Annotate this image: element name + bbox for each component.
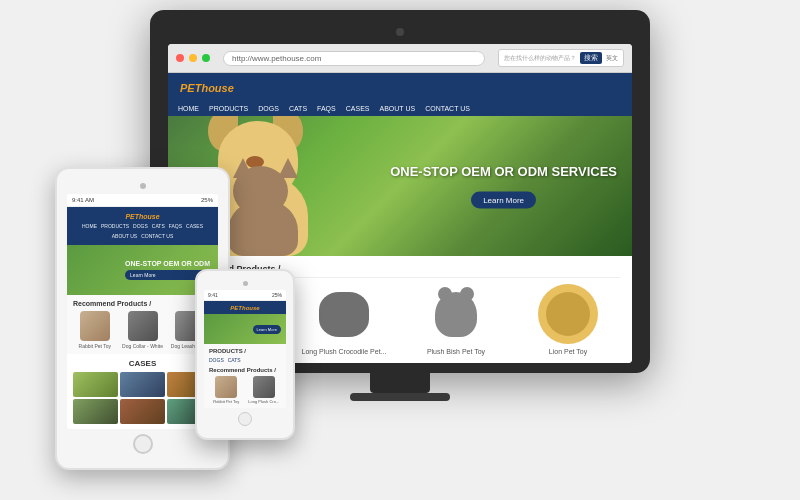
- nav-about[interactable]: ABOUT US: [379, 105, 415, 112]
- nav-contact[interactable]: CONTACT US: [425, 105, 470, 112]
- tablet-status-bar: 9:41 AM 25%: [67, 194, 218, 207]
- tablet-case-img-1[interactable]: [120, 372, 165, 397]
- tablet-case-img-3[interactable]: [73, 399, 118, 424]
- phone-rec-title: Recommend Products /: [209, 367, 281, 373]
- tablet-nav-cats[interactable]: CATS: [152, 223, 165, 229]
- lion-toy-icon: [546, 292, 590, 336]
- tablet-case-img-0[interactable]: [73, 372, 118, 397]
- phone-time: 9:41: [208, 292, 218, 298]
- product-img-2: [426, 284, 486, 344]
- phone-product-img-0: [215, 376, 237, 398]
- phone-status-bar: 9:41 25%: [204, 290, 286, 301]
- product-item-3[interactable]: Lion Pet Toy: [516, 284, 620, 355]
- nav-home[interactable]: HOME: [178, 105, 199, 112]
- monitor-stand: [370, 373, 430, 393]
- phone-header: PEThouse: [204, 301, 286, 314]
- phone-content: PRODUCTS / DOGS CATS Recommend Products …: [204, 344, 286, 408]
- tablet-nav: HOME PRODUCTS DOGS CATS FAQS CASES ABOUT…: [73, 221, 212, 241]
- site-nav: HOME PRODUCTS DOGS CATS FAQS CASES ABOUT…: [168, 101, 632, 116]
- crocodile-toy-icon: [319, 292, 369, 337]
- tablet-product-name-0: Rabbit Pet Toy: [73, 343, 117, 349]
- phone-product-name-1: Long Plush Cro...: [247, 399, 282, 404]
- phone-logo-sub: house: [242, 305, 260, 311]
- maximize-dot[interactable]: [202, 54, 210, 62]
- tablet-cases-title: CASES: [73, 359, 212, 368]
- search-button[interactable]: 搜索: [580, 52, 602, 64]
- nav-products[interactable]: PRODUCTS: [209, 105, 248, 112]
- tablet-products-row: Rabbit Pet Toy Dog Collar - White Dog Le…: [73, 311, 212, 349]
- monitor-base: [350, 393, 450, 401]
- logo-house: house: [201, 82, 233, 94]
- hero-title: ONE-STOP OEM OR ODM SERVICES: [390, 164, 617, 179]
- tablet-home-button[interactable]: [133, 434, 153, 454]
- tablet-product-img-1: [128, 311, 158, 341]
- hero-learn-more-button[interactable]: Learn More: [471, 192, 536, 209]
- tablet-nav-products[interactable]: PRODUCTS: [101, 223, 129, 229]
- nav-cats[interactable]: CATS: [289, 105, 307, 112]
- tablet-product-name-1: Dog Collar - White: [121, 343, 165, 349]
- tablet-nav-about[interactable]: ABOUT US: [112, 233, 137, 239]
- product-name-3: Lion Pet Toy: [516, 348, 620, 355]
- phone-frame: 9:41 25% PEThouse Learn More PRODUCTS /: [195, 269, 295, 440]
- tablet-hero-title: ONE-STOP OEM OR ODM: [125, 260, 210, 267]
- phone-sidebar-cats[interactable]: CATS: [228, 357, 241, 363]
- phone: 9:41 25% PEThouse Learn More PRODUCTS /: [195, 269, 295, 440]
- tablet-logo-pet: PET: [125, 213, 139, 220]
- nav-cases[interactable]: CASES: [346, 105, 370, 112]
- phone-logo: PEThouse: [208, 304, 282, 311]
- tablet-nav-dogs[interactable]: DOGS: [133, 223, 148, 229]
- tablet-products-title: Recommend Products /: [73, 300, 212, 307]
- phone-product-name-0: Rabbit Pet Toy: [209, 399, 244, 404]
- phone-product-0[interactable]: Rabbit Pet Toy: [209, 376, 244, 404]
- phone-home-button[interactable]: [238, 412, 252, 426]
- tablet-battery: 25%: [201, 197, 213, 203]
- phone-sidebar: DOGS CATS: [209, 357, 281, 363]
- url-bar[interactable]: http://www.pethouse.com: [223, 51, 485, 66]
- product-item-1[interactable]: Long Plush Crocodile Pet...: [292, 284, 396, 355]
- tablet-product-1[interactable]: Dog Collar - White: [121, 311, 165, 349]
- tablet-time: 9:41 AM: [72, 197, 94, 203]
- tablet-nav-faqs[interactable]: FAQS: [169, 223, 182, 229]
- phone-hero: Learn More: [204, 314, 286, 344]
- tablet-logo: PEThouse: [73, 211, 212, 221]
- tablet-nav-contact[interactable]: CONTACT US: [141, 233, 173, 239]
- logo-pet: PET: [180, 82, 201, 94]
- phone-product-img-1: [253, 376, 275, 398]
- phone-screen: 9:41 25% PEThouse Learn More PRODUCTS /: [204, 290, 286, 408]
- search-bar: 您在找什么样的动物产品？ 搜索 英文: [498, 49, 624, 67]
- tablet-header: PEThouse HOME PRODUCTS DOGS CATS FAQS CA…: [67, 207, 218, 245]
- phone-camera: [243, 281, 248, 286]
- hero-section: ONE-STOP OEM OR ODM SERVICES Learn More: [168, 116, 632, 256]
- product-name-1: Long Plush Crocodile Pet...: [292, 348, 396, 355]
- product-item-2[interactable]: Plush Bish Pet Toy: [404, 284, 508, 355]
- tablet-camera: [140, 183, 146, 189]
- website-header: PEThouse: [168, 73, 632, 101]
- product-img-1: [314, 284, 374, 344]
- nav-faqs[interactable]: FAQS: [317, 105, 336, 112]
- phone-logo-pet: PET: [230, 305, 242, 311]
- hero-text: ONE-STOP OEM OR ODM SERVICES Learn More: [390, 164, 617, 209]
- close-dot[interactable]: [176, 54, 184, 62]
- lang-btn[interactable]: 英文: [606, 54, 618, 63]
- nav-dogs[interactable]: DOGS: [258, 105, 279, 112]
- bear-toy-icon: [435, 292, 477, 337]
- cat-illustration: [223, 166, 313, 256]
- minimize-dot[interactable]: [189, 54, 197, 62]
- scene: http://www.pethouse.com 您在找什么样的动物产品？ 搜索 …: [0, 0, 800, 500]
- phone-products-label: PRODUCTS /: [209, 348, 281, 354]
- tablet-cases-grid: [73, 372, 212, 424]
- browser-bar: http://www.pethouse.com 您在找什么样的动物产品？ 搜索 …: [168, 44, 632, 73]
- monitor-camera: [396, 28, 404, 36]
- tablet-nav-cases[interactable]: CASES: [186, 223, 203, 229]
- phone-sidebar-dogs[interactable]: DOGS: [209, 357, 224, 363]
- tablet-logo-sub: house: [139, 213, 160, 220]
- tablet-nav-home[interactable]: HOME: [82, 223, 97, 229]
- cat-body: [228, 201, 298, 256]
- tablet-product-0[interactable]: Rabbit Pet Toy: [73, 311, 117, 349]
- product-img-3: [538, 284, 598, 344]
- site-logo: PEThouse: [180, 79, 234, 95]
- phone-hero-btn[interactable]: Learn More: [253, 325, 281, 334]
- phone-products-row: Rabbit Pet Toy Long Plush Cro...: [209, 376, 281, 404]
- tablet-case-img-4[interactable]: [120, 399, 165, 424]
- phone-product-1[interactable]: Long Plush Cro...: [247, 376, 282, 404]
